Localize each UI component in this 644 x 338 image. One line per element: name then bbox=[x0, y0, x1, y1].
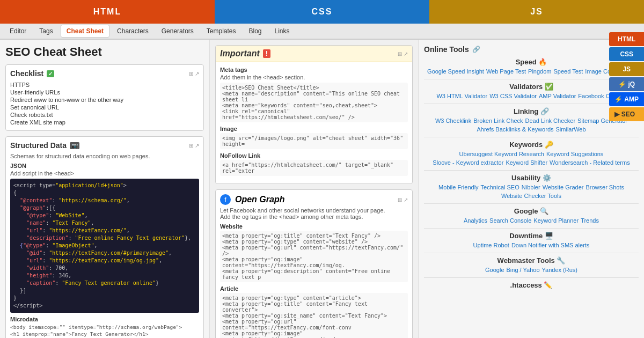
float-seo-button[interactable]: ▶ SEO bbox=[609, 107, 644, 121]
yandex-link[interactable]: Yandex (Rus) bbox=[542, 267, 577, 273]
camera-icon: 📷 bbox=[70, 142, 79, 149]
main-content: SEO Cheat Sheet Checklist ✓ ⊞ ↗ HTTPS Us… bbox=[0, 40, 644, 338]
structured-data-card: Structured Data 📷 ⊞ ↗ Schemas for struct… bbox=[5, 136, 204, 338]
nibbler-link[interactable]: Nibbler bbox=[522, 184, 540, 190]
web-page-test-link[interactable]: Web Page Test bbox=[486, 68, 526, 75]
float-js-button[interactable]: JS bbox=[609, 62, 644, 76]
left-sidebar: SEO Cheat Sheet Checklist ✓ ⊞ ↗ HTTPS Us… bbox=[0, 40, 209, 338]
important-label: Important bbox=[220, 49, 260, 58]
google-wmt-link[interactable]: Google bbox=[485, 267, 504, 273]
float-html-button[interactable]: HTML bbox=[609, 32, 644, 46]
microdata-section: Microdata <body itemscope="" itemtype="h… bbox=[10, 316, 199, 338]
nav-links[interactable]: Links bbox=[269, 25, 295, 37]
open-graph-card: f Open Graph ⊞ ↗ Let Facebook and other … bbox=[215, 189, 413, 338]
sub-navigation: Editor Tags Cheat Sheet Characters Gener… bbox=[0, 24, 644, 40]
og-article-code: <meta property="og:type" content="articl… bbox=[220, 293, 408, 338]
similarweb-link[interactable]: SimilarWeb bbox=[556, 126, 586, 133]
analytics-link[interactable]: Analytics bbox=[464, 217, 487, 224]
w3-css-link[interactable]: W3 CSS Validator bbox=[489, 93, 537, 99]
nav-characters[interactable]: Characters bbox=[112, 25, 154, 37]
nav-cheatsheet[interactable]: Cheat Sheet bbox=[61, 25, 109, 38]
divider-3 bbox=[424, 137, 639, 137]
image-section: Image <img src="/images/logo.png" alt="c… bbox=[220, 126, 408, 149]
html-nav-section: HTML bbox=[0, 0, 215, 24]
json-code: <script type="application/ld+json"> { "@… bbox=[10, 179, 199, 313]
google-speed-link[interactable]: Google Speed Insight bbox=[427, 68, 484, 75]
technical-seo-link[interactable]: Technical SEO bbox=[481, 184, 519, 190]
top-navigation: HTML CSS JS bbox=[0, 0, 644, 24]
checklist-header: Checklist ✓ ⊞ ↗ bbox=[10, 69, 199, 78]
float-amp-button[interactable]: ⚡ AMP bbox=[609, 92, 644, 106]
checklist-item: Check robots.txt bbox=[10, 111, 199, 119]
divider-5 bbox=[424, 203, 639, 204]
divider-1 bbox=[424, 79, 639, 79]
speed-title: Speed 🔥 bbox=[424, 58, 639, 66]
page-title: SEO Cheat Sheet bbox=[5, 45, 204, 59]
divider-6 bbox=[424, 228, 639, 229]
uptime-robot-link[interactable]: Uptime Robot bbox=[473, 242, 509, 248]
online-tools-title: Online Tools bbox=[424, 45, 469, 54]
website-checker-link[interactable]: Website Checker Tools bbox=[501, 193, 561, 199]
dead-link-checker[interactable]: Dead Link Checker bbox=[525, 117, 576, 124]
js-nav-section: JS bbox=[429, 0, 644, 24]
sloove-link[interactable]: Sloove - Keyword extractor bbox=[433, 159, 503, 166]
float-jq-button[interactable]: ⚡ jQ bbox=[609, 77, 644, 91]
nav-templates[interactable]: Templates bbox=[201, 25, 241, 37]
nav-tags[interactable]: Tags bbox=[34, 25, 58, 37]
w3-checklink[interactable]: W3 Checklink bbox=[435, 117, 471, 124]
float-css-button[interactable]: CSS bbox=[609, 47, 644, 61]
important-header: Important ! ⊞ ↗ bbox=[216, 46, 412, 62]
browser-shots-link[interactable]: Browser Shots bbox=[586, 184, 624, 190]
webmaster-links: Google Bing / Yahoo Yandex (Rus) bbox=[424, 267, 639, 273]
image-label: Image bbox=[220, 126, 408, 132]
exclamation-icon: ! bbox=[263, 49, 270, 58]
middle-section: Important ! ⊞ ↗ Meta tags Add them in th… bbox=[209, 40, 419, 338]
divider-2 bbox=[424, 104, 639, 104]
meta-tags-label: Meta tags bbox=[220, 67, 408, 73]
og-website-label: Website bbox=[220, 223, 408, 230]
nav-blog[interactable]: Blog bbox=[244, 25, 267, 37]
nofollow-label: NoFollow Link bbox=[220, 152, 408, 159]
google-links: Analytics Search Console Keyword Planner… bbox=[424, 217, 639, 224]
nav-editor[interactable]: Editor bbox=[4, 25, 32, 37]
pingdom-link[interactable]: Pingdom bbox=[528, 68, 551, 75]
down-notifier-link[interactable]: Down Notifier with SMS alerts bbox=[511, 242, 590, 248]
nav-generators[interactable]: Generators bbox=[156, 25, 199, 37]
linking-section: Linking 🔗 W3 Checklink Broken Link Check… bbox=[424, 107, 639, 133]
keywords-links: Ubersuggest Keyword Research Keyword Sug… bbox=[424, 151, 639, 166]
website-grader-link[interactable]: Website Grader bbox=[543, 184, 584, 190]
trends-link[interactable]: Trends bbox=[581, 217, 599, 224]
og-icon: f bbox=[220, 194, 231, 205]
ubersuggest-link[interactable]: Ubersuggest Keyword Research bbox=[459, 151, 544, 157]
bing-yahoo-link[interactable]: Bing / Yahoo bbox=[507, 267, 540, 273]
og-subdesc: Add the og tags in the <head> among othe… bbox=[220, 214, 408, 220]
html-nav-label: HTML bbox=[93, 7, 121, 17]
search-console-link[interactable]: Search Console bbox=[489, 217, 531, 224]
structured-data-desc: Schemas for structured data encoding on … bbox=[10, 153, 199, 159]
usability-title: Usability ⚙️ bbox=[424, 174, 639, 182]
og-website-code: <meta property="og:title" content="Text … bbox=[220, 231, 408, 282]
broken-link-check[interactable]: Broken Link Check bbox=[473, 117, 523, 124]
og-website-section: Website <meta property="og:title" conten… bbox=[220, 223, 408, 282]
float-buttons: HTML CSS JS ⚡ jQ ⚡ AMP ▶ SEO bbox=[609, 32, 644, 121]
keyword-planner-link[interactable]: Keyword Planner bbox=[533, 217, 579, 224]
amp-validator-link[interactable]: AMP Validator bbox=[539, 93, 576, 99]
important-card: Important ! ⊞ ↗ Meta tags Add them in th… bbox=[215, 45, 413, 184]
keyword-suggestions-link[interactable]: Keyword Suggestions bbox=[546, 151, 603, 157]
webmaster-title: Webmaster Tools 🔧 bbox=[424, 256, 639, 264]
speed-section: Speed 🔥 Google Speed Insight Web Page Te… bbox=[424, 58, 639, 75]
og-desc: Let Facebook and other social networks u… bbox=[220, 207, 408, 214]
keyword-shifter-link[interactable]: Keyword Shifter bbox=[506, 159, 547, 166]
speed-test-link[interactable]: Speed Test bbox=[554, 68, 583, 75]
json-desc: Add script in the <head> bbox=[10, 170, 199, 177]
validators-links: W3 HTML Validator W3 CSS Validator AMP V… bbox=[424, 93, 639, 99]
ahrefs-link[interactable]: Ahrefs Backlinks & Keywords bbox=[477, 126, 553, 133]
meta-tags-code: <title>SEO Cheat Sheet</title> <meta nam… bbox=[220, 83, 408, 122]
wondersearch-link[interactable]: Wondersearch - Related terms bbox=[550, 159, 630, 166]
linking-title: Linking 🔗 bbox=[424, 107, 639, 115]
json-section: JSON Add script in the <head> <script ty… bbox=[10, 163, 199, 313]
speed-links: Google Speed Insight Web Page Test Pingd… bbox=[424, 68, 639, 75]
keywords-section: Keywords 🔑 Ubersuggest Keyword Research … bbox=[424, 141, 639, 166]
mobile-friendly-link[interactable]: Mobile Friendly bbox=[438, 184, 479, 190]
w3-html-link[interactable]: W3 HTML Validator bbox=[436, 93, 487, 99]
